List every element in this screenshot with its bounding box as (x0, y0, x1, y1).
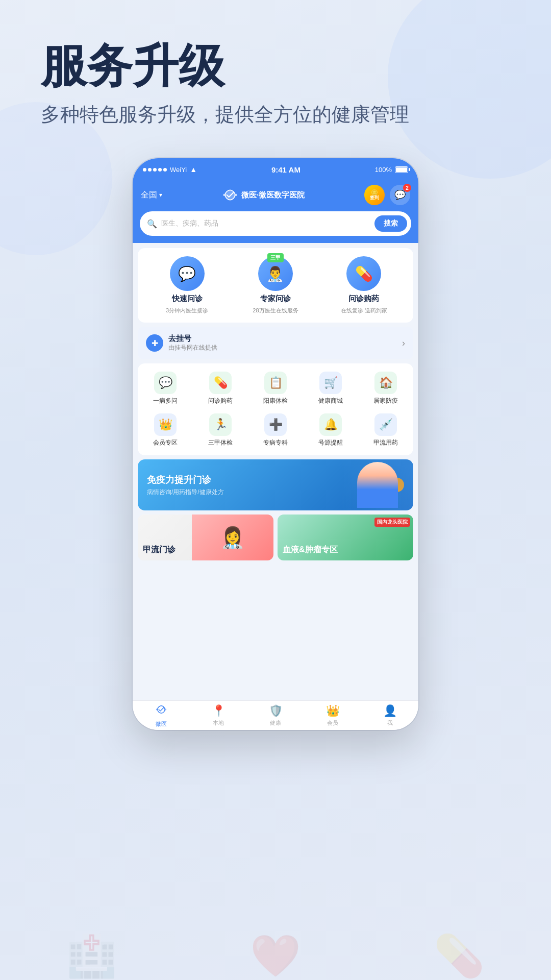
expert-consult-service[interactable]: 👨‍⚕️ 三甲 专家问诊 28万医生在线服务 (231, 256, 319, 314)
page-title-text: 服务升级 (41, 41, 409, 91)
grid-label-yangkang: 阳康体检 (263, 397, 288, 405)
carrier-label: WeiYi (170, 166, 187, 174)
search-button[interactable]: 搜索 (374, 215, 407, 232)
grid-label-haoyuan: 号源提醒 (318, 438, 343, 447)
medicine-consult-service[interactable]: 💊 问诊购药 在线复诊 送药到家 (320, 256, 408, 314)
svg-point-3 (165, 708, 167, 710)
nav-item-local[interactable]: 📍 本地 (190, 704, 247, 727)
nav-member-icon: 👑 (326, 704, 340, 718)
status-right: 100% (375, 166, 408, 174)
register-sub: 由挂号网在线提供 (168, 344, 217, 352)
register-icon: ✚ (146, 334, 163, 352)
nav-weidoctor-icon (155, 703, 167, 719)
xueye-card-badge: 国内龙头医院 (374, 518, 410, 527)
svg-point-1 (235, 194, 237, 197)
page-subtitle: 多种特色服务升级，提供全方位的健康管理 (41, 102, 409, 128)
quick-services: 💬 快速问诊 3分钟内医生接诊 👨‍⚕️ 三甲 专家问诊 28万医生在线服务 (138, 248, 413, 323)
grid-label-jiuliu: 甲流用药 (373, 438, 398, 447)
xueye-card[interactable]: 国内龙头医院 血液&肿瘤专区 (278, 514, 413, 560)
grid-label-shangcheng: 健康商城 (318, 397, 343, 405)
nav-local-icon: 📍 (212, 704, 226, 718)
grid-item-yangkang[interactable]: 📋 阳康体检 (248, 372, 303, 405)
bottom-cards-row: 👩‍⚕️ 甲流门诊 国内龙头医院 血液&肿瘤专区 (138, 514, 413, 560)
grid-item-shangcheng[interactable]: 🛒 健康商城 (303, 372, 358, 405)
banner-doctor-image (342, 459, 413, 510)
battery-icon (395, 166, 408, 173)
quick-consult-desc: 3分钟内医生接诊 (166, 307, 208, 314)
location-arrow-icon: ▾ (159, 191, 162, 199)
grid-label-sanjia: 三甲体检 (208, 438, 233, 447)
nav-local-label: 本地 (213, 719, 224, 727)
search-section: 🔍 医生、疾病、药品 搜索 (133, 211, 418, 243)
grid-item-wenzhen[interactable]: 💊 问诊购药 (193, 372, 248, 405)
banner-ad[interactable]: 免疫力提升门诊 病情咨询/用药指导/健康处方 › (138, 459, 413, 510)
nav-item-health[interactable]: 🛡️ 健康 (247, 704, 304, 727)
medicine-consult-desc: 在线复诊 送药到家 (341, 307, 387, 314)
brand-center: 微医·微医数字医院 (222, 188, 305, 202)
nav-health-label: 健康 (270, 719, 281, 727)
grid-item-jujia[interactable]: 🏠 居家防疫 (358, 372, 413, 405)
nav-member-label: 会员 (327, 719, 338, 727)
status-left: WeiYi ▲ (143, 165, 197, 174)
nav-item-member[interactable]: 👑 会员 (304, 704, 361, 727)
nav-item-profile[interactable]: 👤 我 (361, 704, 418, 727)
sign-in-button[interactable]: 🪙 签到 (364, 185, 385, 205)
register-arrow-icon: › (402, 338, 405, 349)
grid-item-sanjia[interactable]: 🏃 三甲体检 (193, 413, 248, 447)
expert-consult-desc: 28万医生在线服务 (253, 307, 298, 314)
grid-label-wenzhen: 问诊购药 (208, 397, 233, 405)
grid-item-huiyuan[interactable]: 👑 会员专区 (138, 413, 193, 447)
san-jia-badge: 三甲 (267, 253, 284, 262)
jiuliu-card-label: 甲流门诊 (143, 545, 176, 555)
search-bar[interactable]: 🔍 医生、疾病、药品 搜索 (140, 211, 411, 236)
brand-label: 微医·微医数字医院 (241, 190, 305, 200)
status-center-time: 9:41 AM (271, 165, 300, 174)
svg-point-0 (223, 194, 226, 197)
grid-item-zhuanbing[interactable]: ➕ 专病专科 (248, 413, 303, 447)
location-label: 全国 (141, 190, 157, 201)
main-content: 💬 快速问诊 3分钟内医生接诊 👨‍⚕️ 三甲 专家问诊 28万医生在线服务 (133, 243, 418, 704)
expert-consult-name: 专家问诊 (260, 294, 291, 304)
wifi-icon: ▲ (190, 165, 197, 174)
svg-point-2 (156, 708, 158, 710)
expert-consult-icon: 👨‍⚕️ 三甲 (258, 256, 293, 291)
bottom-nav: 微医 📍 本地 🛡️ 健康 👑 会员 👤 我 (133, 700, 418, 730)
register-banner[interactable]: ✚ 去挂号 由挂号网在线提供 › (138, 327, 413, 359)
quick-consult-service[interactable]: 💬 快速问诊 3分钟内医生接诊 (143, 256, 231, 314)
battery-percent: 100% (375, 166, 392, 174)
header-actions: 🪙 签到 💬 2 (364, 185, 410, 205)
medicine-consult-name: 问诊购药 (348, 294, 379, 304)
weidoctor-logo-icon (222, 188, 238, 202)
grid-item-yibing[interactable]: 💬 一病多问 (138, 372, 193, 405)
grid-label-jujia: 居家防疫 (373, 397, 398, 405)
nav-profile-label: 我 (387, 719, 393, 727)
search-icon: 🔍 (147, 219, 157, 229)
page-header: 服务升级 多种特色服务升级，提供全方位的健康管理 (41, 41, 409, 128)
grid-label-huiyuan: 会员专区 (153, 438, 178, 447)
medicine-consult-icon: 💊 (346, 256, 381, 291)
quick-consult-icon: 💬 (170, 256, 205, 291)
grid-label-yibing: 一病多问 (153, 397, 178, 405)
status-bar: WeiYi ▲ 9:41 AM 100% (133, 158, 418, 181)
quick-consult-name: 快速问诊 (172, 294, 203, 304)
grid-label-zhuanbing: 专病专科 (263, 438, 288, 447)
grid-menu: 💬 一病多问 💊 问诊购药 📋 阳康体检 🛒 健康商城 🏠 居家防 (138, 363, 413, 455)
phone-mockup: WeiYi ▲ 9:41 AM 100% 全国 ▾ 微医·微医数字医院 (133, 158, 418, 730)
app-header: 全国 ▾ 微医·微医数字医院 🪙 签到 💬 2 (133, 181, 418, 211)
nav-item-weidoctor[interactable]: 微医 (133, 703, 190, 728)
jiuliu-card[interactable]: 👩‍⚕️ 甲流门诊 (138, 514, 273, 560)
nav-health-icon: 🛡️ (269, 704, 283, 718)
nav-weidoctor-label: 微医 (156, 720, 167, 728)
grid-item-jiuliu[interactable]: 💉 甲流用药 (358, 413, 413, 447)
location-selector[interactable]: 全国 ▾ (141, 190, 162, 201)
nav-profile-icon: 👤 (383, 704, 397, 718)
message-button[interactable]: 💬 2 (390, 185, 410, 205)
bottom-decorative: 🏥 ❤️ 💊 (0, 919, 551, 980)
search-placeholder-text: 医生、疾病、药品 (161, 219, 370, 228)
xueye-card-label: 血液&肿瘤专区 (283, 545, 338, 555)
register-text: 去挂号 (168, 334, 217, 344)
message-badge: 2 (403, 184, 411, 192)
grid-item-haoyuan[interactable]: 🔔 号源提醒 (303, 413, 358, 447)
